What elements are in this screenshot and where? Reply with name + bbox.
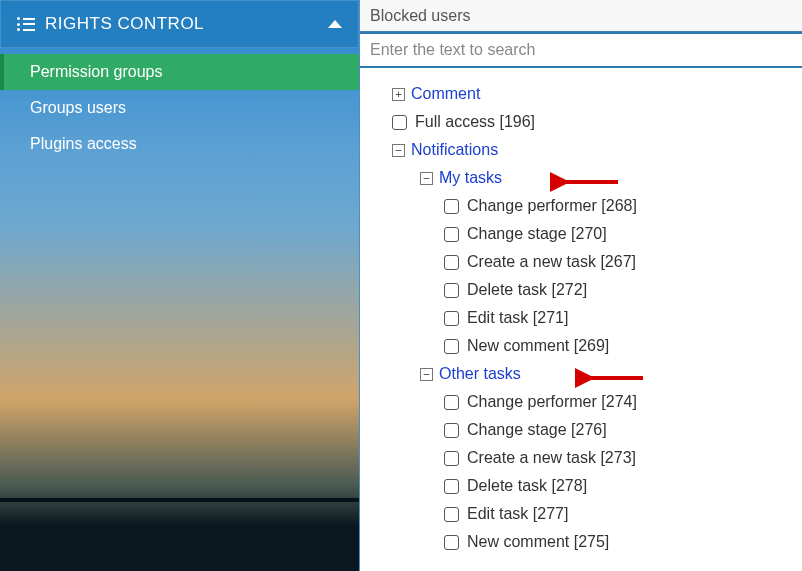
collapse-icon[interactable]: − xyxy=(420,172,433,185)
sidebar-title: RIGHTS CONTROL xyxy=(45,14,204,34)
search-input[interactable] xyxy=(370,41,792,59)
sidebar-header-rights-control[interactable]: RIGHTS CONTROL xyxy=(0,0,359,48)
sidebar-item-permission-groups[interactable]: Permission groups xyxy=(0,54,359,90)
chevron-up-icon xyxy=(328,20,342,28)
checkbox[interactable] xyxy=(444,535,459,550)
tree-label: Create a new task [267] xyxy=(467,253,636,271)
tree-label[interactable]: Notifications xyxy=(411,141,498,159)
permission-tree: + Comment Full access [196] − Notificati… xyxy=(360,68,802,560)
tree-label: Change performer [268] xyxy=(467,197,637,215)
page-title: Blocked users xyxy=(370,7,471,25)
tree-leaf[interactable]: Create a new task [273] xyxy=(364,444,798,472)
tree-leaf[interactable]: New comment [275] xyxy=(364,528,798,556)
tree-node-comment[interactable]: + Comment xyxy=(364,80,798,108)
tree-label: Create a new task [273] xyxy=(467,449,636,467)
sidebar-item-plugins-access[interactable]: Plugins access xyxy=(0,126,359,162)
search-bar xyxy=(360,32,802,68)
tree-leaf[interactable]: Delete task [278] xyxy=(364,472,798,500)
checkbox[interactable] xyxy=(444,423,459,438)
tree-label: Edit task [277] xyxy=(467,505,568,523)
checkbox[interactable] xyxy=(444,507,459,522)
tree-label: Edit task [271] xyxy=(467,309,568,327)
expand-icon[interactable]: + xyxy=(392,88,405,101)
tree-leaf[interactable]: Change stage [270] xyxy=(364,220,798,248)
sidebar-item-label: Groups users xyxy=(30,99,126,117)
tree-leaf[interactable]: Edit task [271] xyxy=(364,304,798,332)
checkbox[interactable] xyxy=(392,115,407,130)
main-panel: Blocked users + Comment Full access [196… xyxy=(359,0,802,571)
tree-leaf[interactable]: Create a new task [267] xyxy=(364,248,798,276)
checkbox[interactable] xyxy=(444,311,459,326)
tree-node-notifications[interactable]: − Notifications xyxy=(364,136,798,164)
tree-leaf[interactable]: Change stage [276] xyxy=(364,416,798,444)
tree-leaf[interactable]: New comment [269] xyxy=(364,332,798,360)
tree-label: Change performer [274] xyxy=(467,393,637,411)
collapse-icon[interactable]: − xyxy=(392,144,405,157)
tree-label: Full access [196] xyxy=(415,113,535,131)
tree-node-my-tasks[interactable]: − My tasks xyxy=(364,164,798,192)
tree-leaf[interactable]: Change performer [274] xyxy=(364,388,798,416)
checkbox[interactable] xyxy=(444,255,459,270)
sidebar-item-label: Permission groups xyxy=(30,63,163,81)
tree-label: Change stage [270] xyxy=(467,225,607,243)
topbar: Blocked users xyxy=(360,0,802,32)
list-icon xyxy=(17,17,35,31)
checkbox[interactable] xyxy=(444,283,459,298)
checkbox[interactable] xyxy=(444,339,459,354)
tree-leaf[interactable]: Delete task [272] xyxy=(364,276,798,304)
tree-label: Delete task [278] xyxy=(467,477,587,495)
checkbox[interactable] xyxy=(444,395,459,410)
tree-label: New comment [275] xyxy=(467,533,609,551)
collapse-icon[interactable]: − xyxy=(420,368,433,381)
tree-label[interactable]: My tasks xyxy=(439,169,502,187)
tree-label[interactable]: Comment xyxy=(411,85,480,103)
checkbox[interactable] xyxy=(444,199,459,214)
tree-leaf[interactable]: Edit task [277] xyxy=(364,500,798,528)
tree-label: New comment [269] xyxy=(467,337,609,355)
tree-node-full-access[interactable]: Full access [196] xyxy=(364,108,798,136)
sidebar-item-label: Plugins access xyxy=(30,135,137,153)
checkbox[interactable] xyxy=(444,451,459,466)
checkbox[interactable] xyxy=(444,227,459,242)
sidebar-item-groups-users[interactable]: Groups users xyxy=(0,90,359,126)
sidebar: RIGHTS CONTROL Permission groups Groups … xyxy=(0,0,359,571)
tree-node-other-tasks[interactable]: − Other tasks xyxy=(364,360,798,388)
checkbox[interactable] xyxy=(444,479,459,494)
tree-label[interactable]: Other tasks xyxy=(439,365,521,383)
tree-label: Change stage [276] xyxy=(467,421,607,439)
sidebar-items: Permission groups Groups users Plugins a… xyxy=(0,48,359,162)
tree-leaf[interactable]: Change performer [268] xyxy=(364,192,798,220)
tree-label: Delete task [272] xyxy=(467,281,587,299)
